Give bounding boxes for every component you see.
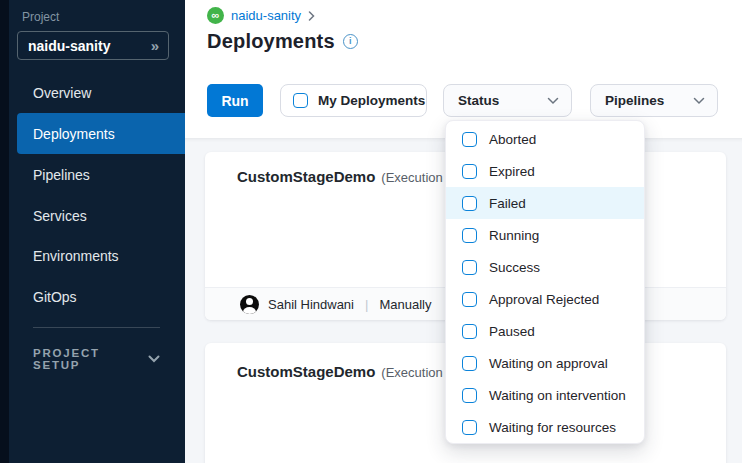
pipeline-name: CustomStageDemo	[237, 168, 375, 185]
info-icon[interactable]	[343, 34, 358, 49]
chevron-right-icon	[308, 11, 315, 21]
execution-card-title-row: CustomStageDemo (Execution Id	[237, 168, 457, 185]
sidebar-item-overview[interactable]: Overview	[17, 72, 185, 113]
cd-module-icon	[207, 7, 224, 24]
pipelines-filter-label: Pipelines	[605, 93, 664, 108]
status-option-label: Running	[489, 228, 539, 243]
chevron-down-icon	[148, 355, 160, 363]
sidebar-item-deployments[interactable]: Deployments	[17, 113, 185, 154]
sidebar-item-label: Pipelines	[33, 167, 90, 183]
status-option-paused[interactable]: Paused	[446, 315, 644, 347]
status-option-aborted[interactable]: Aborted	[446, 123, 644, 155]
status-option-label: Paused	[489, 324, 535, 339]
checkbox[interactable]	[462, 196, 477, 211]
checkbox[interactable]	[462, 260, 477, 275]
project-label: Project	[22, 10, 59, 24]
status-option-waiting-for-resources[interactable]: Waiting for resources	[446, 411, 644, 443]
status-option-running[interactable]: Running	[446, 219, 644, 251]
status-option-label: Expired	[489, 164, 535, 179]
sidebar-item-label: Overview	[33, 85, 91, 101]
sidebar-item-label: Services	[33, 208, 87, 224]
project-setup-toggle[interactable]: PROJECT SETUP	[33, 347, 160, 371]
checkbox[interactable]	[462, 292, 477, 307]
status-option-waiting-on-approval[interactable]: Waiting on approval	[446, 347, 644, 379]
pipeline-name: CustomStageDemo	[237, 363, 375, 380]
app-root: Project naidu-sanity » Overview Deployme…	[0, 0, 742, 463]
my-deployments-checkbox[interactable]	[293, 93, 308, 108]
checkbox[interactable]	[462, 324, 477, 339]
run-button[interactable]: Run	[207, 84, 263, 117]
trigger-type: Manually	[379, 297, 431, 312]
status-option-label: Waiting on approval	[489, 356, 608, 371]
page-title: Deployments	[207, 30, 335, 53]
status-option-label: Failed	[489, 196, 526, 211]
status-option-approval-rejected[interactable]: Approval Rejected	[446, 283, 644, 315]
status-option-waiting-on-intervention[interactable]: Waiting on intervention	[446, 379, 644, 411]
checkbox[interactable]	[462, 388, 477, 403]
footer-separator: |	[363, 297, 370, 312]
project-name: naidu-sanity	[28, 38, 110, 54]
status-filter-dropdown[interactable]: Status	[443, 84, 572, 117]
sidebar-item-label: Environments	[33, 248, 119, 264]
status-filter-menu: Aborted Expired Failed Running Success A…	[445, 120, 645, 444]
sidebar-item-label: Deployments	[33, 126, 115, 142]
checkbox[interactable]	[462, 420, 477, 435]
checkbox[interactable]	[462, 132, 477, 147]
my-deployments-label: My Deployments	[318, 93, 425, 108]
checkbox[interactable]	[462, 164, 477, 179]
status-option-expired[interactable]: Expired	[446, 155, 644, 187]
page-title-row: Deployments	[207, 30, 358, 53]
checkbox[interactable]	[462, 356, 477, 371]
chevron-down-icon	[547, 97, 559, 105]
sidebar-item-pipelines[interactable]: Pipelines	[17, 154, 185, 195]
user-avatar-icon	[240, 295, 259, 314]
breadcrumb: naidu-sanity	[207, 7, 315, 24]
module-nav-strip	[0, 0, 9, 463]
chevron-down-icon	[693, 97, 705, 105]
page-header: naidu-sanity Deployments	[185, 0, 742, 65]
double-chevron-icon: »	[151, 37, 159, 54]
breadcrumb-project-link[interactable]: naidu-sanity	[231, 8, 301, 23]
status-option-label: Aborted	[489, 132, 536, 147]
status-option-label: Waiting for resources	[489, 420, 616, 435]
sidebar-divider	[33, 327, 160, 328]
status-filter-label: Status	[458, 93, 499, 108]
status-option-label: Success	[489, 260, 540, 275]
project-selector[interactable]: naidu-sanity »	[17, 31, 169, 60]
status-option-label: Approval Rejected	[489, 292, 599, 307]
sidebar-item-label: GitOps	[33, 289, 77, 305]
status-option-failed[interactable]: Failed	[446, 187, 644, 219]
my-deployments-filter[interactable]: My Deployments	[280, 84, 427, 117]
sidebar-item-environments[interactable]: Environments	[17, 235, 185, 276]
pipelines-filter-dropdown[interactable]: Pipelines	[590, 84, 718, 117]
trigger-user: Sahil Hindwani	[268, 297, 354, 312]
sidebar: Project naidu-sanity » Overview Deployme…	[0, 0, 185, 463]
checkbox[interactable]	[462, 228, 477, 243]
status-option-success[interactable]: Success	[446, 251, 644, 283]
execution-card-title-row: CustomStageDemo (Execution Id	[237, 363, 457, 380]
project-setup-label: PROJECT SETUP	[33, 347, 148, 371]
sidebar-item-services[interactable]: Services	[17, 195, 185, 236]
sidebar-item-gitops[interactable]: GitOps	[17, 276, 185, 317]
status-option-label: Waiting on intervention	[489, 388, 626, 403]
